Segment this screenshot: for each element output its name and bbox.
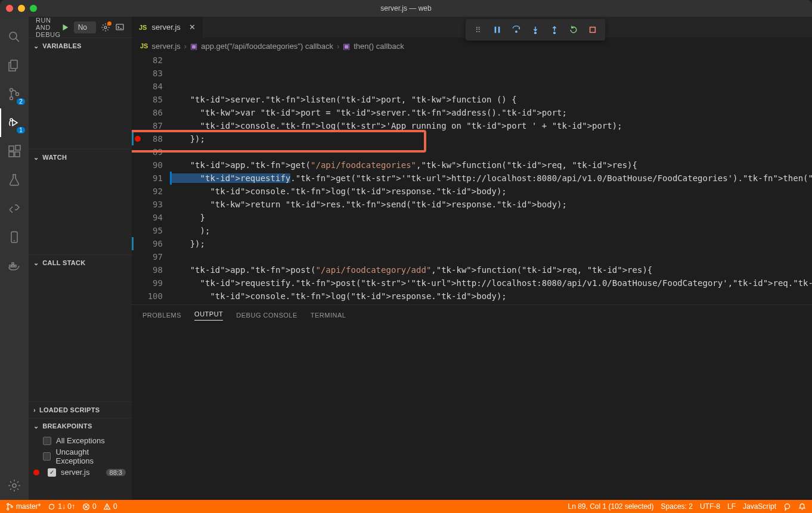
minimize-window-button[interactable] [18, 5, 25, 12]
breakpoint-uncaught-exceptions[interactable]: Uncaught Exceptions [29, 446, 132, 467]
svg-point-24 [554, 32, 556, 34]
sync-status[interactable]: 1↓ 0↑ [48, 502, 75, 511]
errors-status[interactable]: 0 0 [82, 502, 117, 511]
activity-bar: 2 1 [0, 17, 29, 500]
tab-server-js[interactable]: JS server.js ✕ [132, 17, 203, 38]
loaded-scripts-section: ›LOADED SCRIPTS [29, 402, 132, 418]
svg-rect-9 [15, 152, 20, 157]
tab-debug-console[interactable]: DEBUG CONSOLE [236, 312, 297, 319]
chevron-right-icon: › [337, 42, 339, 51]
breakpoints-header[interactable]: ⌄BREAKPOINTS [29, 418, 132, 434]
svg-rect-2 [11, 60, 17, 69]
svg-rect-15 [14, 265, 16, 267]
svg-rect-10 [16, 145, 20, 150]
method-icon: ▣ [343, 42, 350, 51]
chevron-down-icon: ⌄ [33, 154, 39, 161]
svg-rect-20 [495, 27, 497, 33]
svg-point-33 [11, 506, 13, 508]
branch-status[interactable]: master* [6, 502, 41, 511]
variables-section: ⌄VARIABLES [29, 38, 132, 149]
language-status[interactable]: JavaScript [743, 502, 776, 511]
svg-rect-25 [590, 27, 596, 33]
sidebar-title: RUN AND DEBUG [36, 17, 61, 38]
callstack-header[interactable]: ⌄CALL STACK [29, 255, 132, 271]
svg-point-3 [10, 89, 13, 92]
watch-header[interactable]: ⌄WATCH [29, 150, 132, 165]
debug-toolbar[interactable]: ⠿ [466, 19, 605, 41]
sidebar: RUN AND DEBUG No ⌄VARIABLES ⌄WATCH ⌄CALL… [29, 17, 132, 500]
step-into-button[interactable] [526, 21, 544, 38]
svg-rect-13 [10, 265, 11, 267]
panel-body [132, 325, 812, 500]
svg-rect-14 [12, 265, 14, 267]
restart-button[interactable] [565, 21, 582, 38]
scm-activity-icon[interactable]: 2 [0, 80, 29, 108]
chevron-right-icon: › [184, 42, 187, 51]
configure-gear-icon[interactable] [101, 23, 110, 32]
eol-status[interactable]: LF [727, 502, 736, 511]
svg-rect-7 [9, 146, 14, 151]
checkbox-icon[interactable] [43, 437, 51, 445]
variables-header[interactable]: ⌄VARIABLES [29, 38, 132, 54]
breakpoints-section: ⌄BREAKPOINTS All Exceptions Uncaught Exc… [29, 418, 132, 479]
svg-point-31 [7, 503, 9, 505]
pause-button[interactable] [488, 21, 506, 38]
feedback-icon[interactable] [783, 503, 791, 511]
svg-point-5 [16, 93, 19, 96]
svg-rect-19 [116, 24, 123, 29]
titlebar: server.js — web [0, 0, 812, 17]
step-over-button[interactable] [507, 21, 525, 38]
tab-problems[interactable]: PROBLEMS [142, 312, 181, 319]
breakpoint-dot-icon [33, 470, 39, 475]
cursor-position[interactable]: Ln 89, Col 1 (102 selected) [568, 502, 653, 511]
bottom-panel: PROBLEMS OUTPUT DEBUG CONSOLE TERMINAL T… [132, 304, 812, 500]
close-window-button[interactable] [6, 5, 13, 12]
settings-activity-icon[interactable] [0, 471, 29, 500]
method-icon: ▣ [190, 42, 197, 51]
extensions-activity-icon[interactable] [0, 137, 29, 166]
code-editor[interactable]: 828384858687888990919293949596979899100 … [132, 54, 812, 304]
js-file-icon: JS [140, 42, 148, 49]
svg-point-17 [13, 484, 16, 487]
chevron-down-icon: ⌄ [33, 42, 39, 50]
chevron-right-icon: › [33, 406, 36, 413]
svg-point-39 [785, 503, 789, 508]
docker-activity-icon[interactable] [0, 251, 29, 280]
svg-point-6 [10, 119, 13, 121]
tab-output[interactable]: OUTPUT [194, 310, 223, 321]
debug-console-icon[interactable] [115, 23, 125, 32]
encoding-status[interactable]: UTF-8 [700, 502, 720, 511]
svg-point-23 [535, 32, 537, 34]
loaded-scripts-header[interactable]: ›LOADED SCRIPTS [29, 402, 132, 418]
testing-activity-icon[interactable] [0, 166, 29, 194]
step-out-button[interactable] [546, 21, 563, 38]
breakpoint-file[interactable]: ✓ server.js 88:3 [29, 467, 132, 478]
close-tab-icon[interactable]: ✕ [189, 23, 196, 32]
checkbox-checked-icon[interactable]: ✓ [48, 468, 56, 477]
indentation-status[interactable]: Spaces: 2 [661, 502, 693, 511]
notifications-icon[interactable] [798, 503, 806, 511]
checkbox-icon[interactable] [43, 452, 51, 461]
editor-area: ⠿ JS server.js ✕ ⋯ JS server.js › [132, 17, 812, 500]
chevron-down-icon: ⌄ [33, 422, 39, 430]
window-title: server.js — web [380, 4, 431, 13]
stop-button[interactable] [584, 21, 602, 38]
start-debug-button[interactable] [61, 23, 69, 32]
debug-activity-icon[interactable]: 1 [0, 108, 29, 137]
drag-grip-icon[interactable]: ⠿ [469, 21, 487, 38]
js-file-icon: JS [139, 24, 147, 31]
explorer-activity-icon[interactable] [0, 51, 29, 80]
remote-activity-icon[interactable] [0, 194, 29, 223]
maximize-window-button[interactable] [30, 5, 37, 12]
tab-terminal[interactable]: TERMINAL [311, 312, 346, 319]
device-activity-icon[interactable] [0, 223, 29, 251]
breakpoint-all-exceptions[interactable]: All Exceptions [29, 435, 132, 446]
search-activity-icon[interactable] [0, 23, 29, 51]
launch-config-select[interactable]: No [74, 21, 96, 33]
watch-section: ⌄WATCH [29, 149, 132, 254]
chevron-down-icon: ⌄ [33, 259, 39, 267]
svg-point-4 [10, 97, 13, 100]
svg-point-38 [107, 508, 107, 508]
svg-point-32 [7, 508, 9, 510]
svg-point-0 [10, 32, 17, 39]
